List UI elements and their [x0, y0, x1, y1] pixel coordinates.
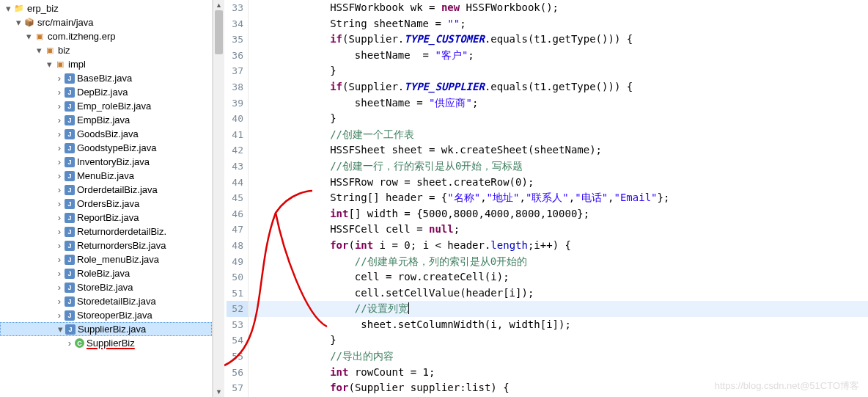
- tree-java-file[interactable]: ›JReportBiz.java: [0, 211, 212, 225]
- scroll-up-icon[interactable]: ▲: [213, 0, 224, 10]
- java-file-icon: J: [65, 213, 75, 223]
- java-file-icon: J: [65, 199, 75, 209]
- twisty-closed-icon[interactable]: ›: [54, 199, 65, 208]
- tree-java-file[interactable]: ›JStoredetailBiz.java: [0, 294, 212, 308]
- twisty-open-icon[interactable]: ▾: [3, 4, 13, 13]
- twisty-closed-icon[interactable]: ›: [54, 143, 65, 153]
- tree-scrollbar[interactable]: ▲ ▼: [213, 0, 224, 397]
- line-number: 54: [227, 332, 248, 349]
- line-number: 57: [227, 380, 248, 396]
- java-file-icon: J: [65, 73, 75, 84]
- java-file-icon: J: [65, 310, 75, 321]
- source-folder-icon: 📦: [23, 17, 35, 29]
- tree-package[interactable]: ▾▣impl: [0, 57, 212, 71]
- tree-java-file[interactable]: ›JRole_menuBiz.java: [0, 252, 212, 266]
- line-number: 46: [227, 206, 248, 222]
- twisty-open-icon[interactable]: ▾: [23, 32, 34, 41]
- java-file-icon: J: [65, 115, 75, 125]
- java-file-icon: J: [65, 129, 75, 139]
- twisty-closed-icon[interactable]: ›: [54, 157, 65, 167]
- tree-label: GoodsBiz.java: [77, 128, 139, 139]
- line-number: 37: [227, 63, 248, 79]
- tree-label: OrdersBiz.java: [77, 198, 139, 209]
- line-number: 45: [227, 190, 248, 206]
- line-number: 34: [227, 16, 248, 32]
- tree-src-folder[interactable]: ▾📦src/main/java: [0, 15, 212, 29]
- twisty-closed-icon[interactable]: ›: [54, 227, 65, 236]
- tree-java-file[interactable]: ›JMenuBiz.java: [0, 169, 212, 183]
- twisty-closed-icon[interactable]: ›: [54, 101, 65, 111]
- java-file-icon: J: [65, 227, 75, 237]
- tree-class[interactable]: ›CSupplierBiz: [0, 336, 212, 350]
- line-number: 49: [227, 254, 248, 270]
- java-file-icon: J: [65, 171, 75, 181]
- tree-label: DepBiz.java: [77, 87, 128, 98]
- tree-java-file[interactable]: ›JInventoryBiz.java: [0, 155, 212, 169]
- twisty-closed-icon[interactable]: ›: [54, 269, 65, 278]
- package-icon: ▣: [54, 59, 66, 70]
- twisty-closed-icon[interactable]: ›: [54, 241, 65, 250]
- tree-java-file[interactable]: ›JDepBiz.java: [0, 85, 212, 99]
- tree-label: Emp_roleBiz.java: [77, 101, 151, 112]
- tree-java-file[interactable]: ›JOrdersBiz.java: [0, 197, 212, 211]
- tree-java-file[interactable]: ›JOrderdetailBiz.java: [0, 183, 212, 197]
- twisty-closed-icon[interactable]: ›: [54, 213, 65, 222]
- project-icon: 📁: [13, 3, 25, 15]
- tree-label: StoreBiz.java: [77, 282, 133, 293]
- twisty-closed-icon[interactable]: ›: [54, 283, 65, 292]
- scroll-down-icon[interactable]: ▼: [213, 387, 224, 397]
- twisty-open-icon[interactable]: ▾: [13, 18, 23, 27]
- java-file-icon: J: [65, 157, 75, 167]
- class-icon: C: [75, 338, 84, 348]
- tree-java-file[interactable]: ›JGoodsBiz.java: [0, 127, 212, 141]
- java-file-icon: J: [65, 185, 75, 195]
- twisty-closed-icon[interactable]: ›: [65, 338, 75, 348]
- twisty-closed-icon[interactable]: ›: [54, 129, 65, 139]
- tree-label: RoleBiz.java: [77, 268, 130, 279]
- tree-java-file[interactable]: ›JRoleBiz.java: [0, 266, 212, 280]
- line-number: 53: [227, 317, 248, 333]
- tree-label: BaseBiz.java: [77, 73, 132, 84]
- tree-label: StoreoperBiz.java: [77, 310, 152, 321]
- tree-java-file[interactable]: ›JStoreBiz.java: [0, 280, 212, 294]
- line-number-gutter: 3334353637383940414243444546474849505152…: [227, 0, 249, 397]
- tree-package[interactable]: ▾▣biz: [0, 43, 212, 57]
- tree-label: GoodstypeBiz.java: [77, 142, 156, 153]
- tree-label: SupplierBiz: [87, 338, 135, 349]
- java-file-icon: J: [65, 269, 75, 279]
- twisty-closed-icon[interactable]: ›: [54, 171, 65, 181]
- twisty-open-icon[interactable]: ▾: [34, 45, 44, 55]
- tree-label: Role_menuBiz.java: [77, 254, 159, 265]
- twisty-open-icon[interactable]: ▾: [55, 324, 65, 334]
- line-number: 42: [227, 142, 248, 159]
- tree-label: ReturnorderdetailBiz.: [77, 226, 166, 237]
- line-number: 44: [227, 175, 248, 191]
- twisty-closed-icon[interactable]: ›: [54, 296, 65, 306]
- twisty-open-icon[interactable]: ▾: [44, 59, 54, 69]
- java-file-icon: J: [65, 101, 75, 112]
- project-explorer[interactable]: ▾📁erp_biz ▾📦src/main/java ▾▣com.itzheng.…: [0, 0, 213, 397]
- tree-package[interactable]: ▾▣com.itzheng.erp: [0, 29, 212, 43]
- text-cursor: [408, 302, 409, 314]
- tree-java-file[interactable]: ›JReturnordersBiz.java: [0, 238, 212, 252]
- tree-java-file[interactable]: ›JStoreoperBiz.java: [0, 308, 212, 322]
- line-number: 38: [227, 79, 248, 95]
- twisty-closed-icon[interactable]: ›: [54, 115, 65, 125]
- twisty-closed-icon[interactable]: ›: [54, 255, 65, 264]
- tree-java-file[interactable]: ›JBaseBiz.java: [0, 71, 212, 85]
- tree-java-file[interactable]: ›JGoodstypeBiz.java: [0, 141, 212, 155]
- tree-java-file[interactable]: ›JEmp_roleBiz.java: [0, 99, 212, 113]
- java-file-icon: J: [65, 324, 76, 335]
- java-file-icon: J: [65, 283, 75, 293]
- twisty-closed-icon[interactable]: ›: [54, 73, 65, 83]
- tree-java-file[interactable]: ›JEmpBiz.java: [0, 113, 212, 127]
- twisty-closed-icon[interactable]: ›: [54, 87, 65, 97]
- tree-java-file-selected[interactable]: ▾JSupplierBiz.java: [0, 322, 212, 336]
- twisty-closed-icon[interactable]: ›: [54, 185, 65, 194]
- twisty-closed-icon[interactable]: ›: [54, 310, 65, 320]
- scrollbar-thumb[interactable]: [215, 10, 223, 54]
- code-editor[interactable]: HSSFWorkbook wk = new HSSFWorkbook(); St…: [249, 0, 868, 397]
- tree-java-file[interactable]: ›JReturnorderdetailBiz.: [0, 225, 212, 238]
- tree-project[interactable]: ▾📁erp_biz: [0, 1, 212, 15]
- line-number: 43: [227, 159, 248, 175]
